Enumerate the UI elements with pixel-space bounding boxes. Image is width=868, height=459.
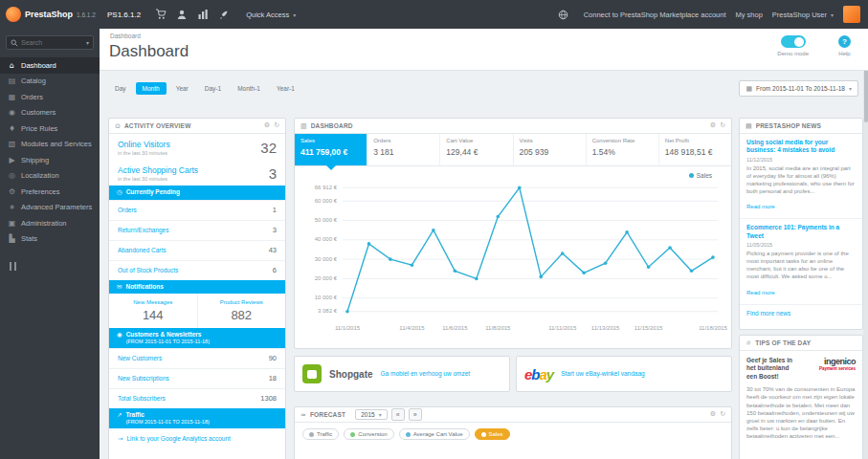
- read-more-link[interactable]: Read more: [746, 204, 775, 209]
- shopgate-promo-link[interactable]: Ga mobiel en verhoog uw omzet: [381, 370, 471, 378]
- legend-toggle-traffic[interactable]: Traffic: [302, 428, 339, 440]
- profile-icon[interactable]: [174, 7, 189, 22]
- sidebar-item-orders[interactable]: ▦Orders: [0, 89, 100, 105]
- kpi-value: 3 181: [373, 147, 434, 157]
- sidebar-item-preferences[interactable]: ⚙Preferences: [0, 184, 100, 200]
- kpi-cart-value[interactable]: Cart Value129,44 €: [439, 134, 512, 165]
- x-tick-label: 11/15/2015: [634, 325, 663, 331]
- prestashop-admin-dashboard: PrestaShop 1.6.1.2 PS1.6.1.2 Quick Acces…: [0, 0, 868, 459]
- stat-label: Online Visitors: [118, 140, 170, 149]
- kpi-conversion-rate[interactable]: Conversion Rate1.54%: [586, 134, 658, 165]
- online-visitors-stat[interactable]: Online Visitors in the last 30 minutes 3…: [109, 134, 285, 160]
- sidebar-item-administration[interactable]: ▣Administration: [0, 215, 100, 231]
- user-menu[interactable]: PrestaShop User ▾: [772, 11, 834, 19]
- ebay-promo[interactable]: ebay Start uw eBay-winkel vandaag: [516, 356, 732, 392]
- pending-row-out-of-stock[interactable]: Out of Stock Products6: [109, 260, 285, 280]
- panel-title: DASHBOARD: [311, 122, 706, 129]
- cart-icon[interactable]: [153, 7, 168, 22]
- sidebar-item-dashboard[interactable]: ⌂Dashboard: [0, 57, 100, 74]
- avatar[interactable]: [843, 6, 860, 23]
- customers-row-new-customers[interactable]: New Customers90: [109, 348, 285, 368]
- panel-refresh-icon[interactable]: ↻: [720, 411, 725, 418]
- sidebar-item-customers[interactable]: ◉Customers: [0, 105, 100, 121]
- legend-toggle-conversion[interactable]: Conversion: [344, 428, 393, 440]
- sidebar-item-label: Advanced Parameters: [21, 203, 92, 211]
- demo-mode-toggle[interactable]: [781, 35, 806, 48]
- sidebar-collapse-button[interactable]: [10, 260, 23, 272]
- filter-tab-year[interactable]: Year: [169, 82, 195, 95]
- customers-row-new-subscriptions[interactable]: New Subscriptions18: [109, 368, 285, 388]
- find-more-news-link[interactable]: Find more news: [740, 305, 862, 321]
- stats-icon[interactable]: [195, 7, 211, 22]
- active-carts-stat[interactable]: Active Shopping Carts in the last 30 min…: [109, 160, 285, 186]
- pending-row-abandoned-carts[interactable]: Abandoned Carts43: [109, 240, 285, 260]
- search-input[interactable]: [21, 39, 83, 46]
- marketplace-link[interactable]: Connect to PrestaShop Marketplace accoun…: [584, 11, 726, 19]
- sales-line: [343, 176, 718, 321]
- quick-access-menu[interactable]: Quick Access ▾: [246, 11, 296, 19]
- y-tick-label: 66 912 €: [315, 185, 337, 190]
- panel-title: FORECAST: [310, 411, 345, 418]
- prev-year-button[interactable]: «: [391, 408, 405, 421]
- kpi-sales[interactable]: Sales411 759,00 €: [295, 134, 367, 165]
- legend-toggle-sales[interactable]: Sales: [475, 428, 510, 440]
- kpi-visits[interactable]: Visits205 939: [513, 134, 586, 165]
- sidebar-search[interactable]: ▾: [6, 35, 94, 50]
- prestashop-news-panel: ▤ PRESTASHOP NEWS Using social media for…: [739, 118, 863, 330]
- filter-tab-month-1[interactable]: Month-1: [231, 82, 267, 95]
- caret-down-icon: ▾: [849, 85, 852, 92]
- brand-home-link[interactable]: PrestaShop 1.6.1.2: [0, 7, 100, 22]
- legend-dot-icon: [481, 432, 486, 437]
- filter-tab-year-1[interactable]: Year-1: [270, 82, 301, 95]
- sidebar-item-catalog[interactable]: ▤Catalog: [0, 74, 100, 90]
- sidebar-item-label: Administration: [21, 219, 67, 228]
- pending-row-orders[interactable]: Orders1: [109, 200, 285, 220]
- read-more-link[interactable]: Read more: [746, 290, 775, 295]
- google-analytics-link[interactable]: → Link to your Google Analytics account: [109, 428, 285, 449]
- panel-settings-icon[interactable]: ⚙: [264, 122, 270, 129]
- filter-tab-day-1[interactable]: Day-1: [198, 82, 228, 95]
- date-range-picker[interactable]: ▦ From 2015-11-01 To 2015-11-18 ▾: [739, 80, 858, 97]
- clock-icon: ◷: [117, 188, 122, 196]
- year-select[interactable]: 2015▾: [355, 409, 387, 420]
- article-title[interactable]: Using social media for your business: 4 …: [746, 139, 856, 155]
- news-article[interactable]: Ecommerce 101: Payments in a Tweet 11/05…: [740, 219, 862, 304]
- help-icon[interactable]: ?: [838, 35, 851, 48]
- shopgate-promo[interactable]: Shopgate Ga mobiel en verhoog uw omzet: [294, 356, 510, 392]
- page-scrollbar[interactable]: [863, 29, 868, 459]
- stat-value: 3: [269, 165, 277, 182]
- sidebar-item-shipping[interactable]: ▶Shipping: [0, 152, 100, 168]
- kpi-orders[interactable]: Orders3 181: [367, 134, 439, 165]
- kpi-net-profit[interactable]: Net Profit148 918,51 €: [658, 134, 731, 165]
- legend-toggle-average-cart-value[interactable]: Average Cart Value: [399, 428, 470, 440]
- article-title[interactable]: Ecommerce 101: Payments in a Tweet: [746, 224, 856, 240]
- sidebar-item-price-rules[interactable]: ♦Price Rules: [0, 120, 100, 137]
- panel-settings-icon[interactable]: ⚙: [710, 411, 716, 418]
- sidebar-item-stats[interactable]: ▙Stats: [0, 231, 100, 248]
- sidebar-item-localization[interactable]: ◎Localization: [0, 168, 100, 185]
- customers-row-total-subscribers[interactable]: Total Subscribers1308: [109, 388, 285, 408]
- new-messages-stat[interactable]: New Messages 144: [109, 294, 197, 328]
- panel-settings-icon[interactable]: ⚙: [710, 122, 716, 129]
- sidebar-item-modules[interactable]: ▧Modules and Services: [0, 137, 100, 153]
- ebay-promo-link[interactable]: Start uw eBay-winkel vandaag: [561, 370, 644, 378]
- panel-refresh-icon[interactable]: ↻: [274, 122, 279, 129]
- section-title: Currently Pending: [126, 188, 180, 196]
- tips-header-row: Geef je Sales in het buitenland een Boos…: [740, 351, 862, 383]
- my-shop-link[interactable]: My shop: [736, 11, 763, 19]
- filter-tab-month[interactable]: Month: [136, 82, 167, 95]
- pending-row-returns[interactable]: Return/Exchanges3: [109, 220, 285, 240]
- quick-access-label: Quick Access: [246, 11, 289, 19]
- sidebar-item-advanced-parameters[interactable]: ∗Advanced Parameters: [0, 200, 100, 216]
- y-tick-label: 40 000 €: [315, 236, 337, 242]
- next-year-button[interactable]: »: [409, 408, 422, 421]
- advanced-parameters-icon: ∗: [8, 203, 16, 211]
- product-reviews-stat[interactable]: Product Reviews 882: [197, 294, 286, 328]
- brand-version: 1.6.1.2: [77, 11, 96, 18]
- globe-icon: [556, 7, 571, 22]
- panel-refresh-icon[interactable]: ↻: [720, 122, 725, 129]
- stat-label: New Messages: [111, 299, 195, 305]
- rocket-icon[interactable]: [216, 7, 232, 22]
- filter-tab-day[interactable]: Day: [108, 82, 133, 95]
- news-article[interactable]: Using social media for your business: 4 …: [740, 134, 862, 219]
